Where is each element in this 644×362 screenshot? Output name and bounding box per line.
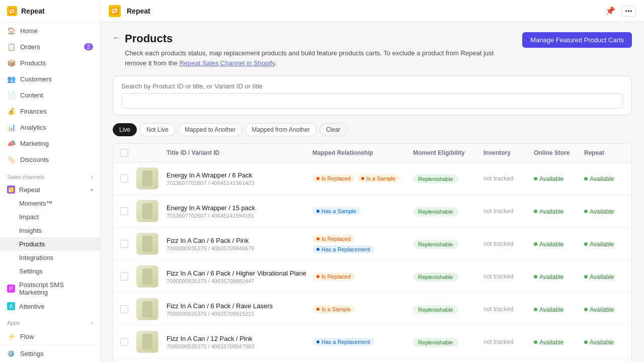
online-store-available-2: Available (534, 241, 564, 248)
sidebar-nav-products[interactable]: 📦 Products (0, 55, 100, 71)
integrations-label: Integrations (19, 254, 53, 261)
row-checkbox-1[interactable] (120, 207, 128, 215)
sidebar-nav-content[interactable]: 📄 Content (0, 87, 100, 103)
repeat-avail-3: Available (584, 273, 624, 281)
table-header: Title ID / Variant ID Mapped Relationshi… (113, 144, 631, 162)
table-row: Energy In A Wrapper / 6 Pack 70136077026… (113, 162, 631, 195)
apps-label: Apps (7, 320, 20, 326)
sidebar-postscript[interactable]: P Postscript SMS Marketing (0, 278, 100, 299)
mapped-relationship-0: Is ReplacedIs a Sample (312, 174, 413, 183)
replenishable-badge-3: Replenishable (413, 273, 458, 282)
select-all-checkbox[interactable] (120, 149, 128, 157)
inventory-2: not tracked (484, 240, 534, 247)
sidebar-sub-products[interactable]: Products (0, 237, 100, 251)
sidebar-repeat-channel[interactable]: 🔁 Repeat ▾ (0, 183, 100, 197)
inventory-0: not tracked (484, 175, 534, 182)
flow-label: Flow (20, 333, 34, 340)
replenishable-badge-1: Replenishable (413, 207, 458, 216)
row-checkbox-0[interactable] (120, 174, 128, 183)
filter-not-live-button[interactable]: Not Live (140, 123, 175, 136)
row-checkbox-5[interactable] (120, 338, 128, 346)
insights-label: Insights (19, 227, 42, 234)
product-info-4: Fizz In A Can / 6 Pack / Rave Lasers 700… (167, 302, 312, 317)
online-store-2: Available (534, 240, 584, 248)
sales-channels-section: Sales channels › (0, 167, 100, 183)
badge-blue: Has a Replacement (312, 245, 374, 253)
filter-mapped-from-button[interactable]: Mapped from Another (245, 123, 316, 136)
attentive-label: Attentive (19, 303, 45, 310)
more-options-icon[interactable]: ••• (621, 6, 636, 17)
sidebar-nav-orders[interactable]: 📋 Orders 2 (0, 39, 100, 55)
online-store-1: Available (534, 207, 584, 215)
table-row: Fizz In A Can / 6 Pack / Rave Lasers 700… (113, 293, 631, 326)
sidebar-nav-flow[interactable]: ⚡ Flow (0, 328, 100, 344)
pin-icon[interactable]: 📌 (605, 6, 615, 16)
filter-mapped-to-button[interactable]: Mapped to Another (178, 123, 242, 136)
sidebar-sub-integrations[interactable]: Integrations (0, 251, 100, 264)
row-checkbox-cell (120, 240, 136, 248)
row-checkbox-cell (120, 174, 136, 183)
repeat-channel-logo: 🔁 (7, 186, 15, 194)
online-store-5: Available (534, 338, 584, 346)
apps-section: Apps › (0, 313, 100, 328)
sidebar-sub-settings-repeat[interactable]: Settings (0, 264, 100, 278)
online-store-0: Available (534, 174, 584, 183)
avail-dot-online-4 (534, 308, 537, 311)
badge-orange: Is Replaced (312, 235, 355, 243)
header-title-id: Title ID / Variant ID (167, 149, 312, 156)
replenishable-badge-4: Replenishable (413, 305, 458, 314)
sidebar-nav-finances[interactable]: 💰 Finances (0, 103, 100, 119)
repeat-available-2: Available (584, 241, 614, 248)
sidebar-nav-discounts[interactable]: 🏷️ Discounts (0, 151, 100, 167)
sidebar-sub-impact[interactable]: Impact (0, 210, 100, 224)
row-checkbox-2[interactable] (120, 240, 128, 248)
filter-live-button[interactable]: Live (113, 123, 137, 136)
row-checkbox-4[interactable] (120, 305, 128, 313)
sidebar-settings[interactable]: ⚙️ Settings (0, 344, 100, 362)
product-info-3: Fizz In A Can / 6 Pack / Higher Vibratio… (167, 269, 312, 284)
sidebar-sub-insights[interactable]: Insights (0, 224, 100, 237)
impact-label: Impact (19, 213, 39, 221)
mapped-relationship-2: Is ReplacedHas a Replacement (312, 235, 413, 253)
filter-bar: Live Not Live Mapped to Another Mapped f… (113, 123, 632, 136)
search-input[interactable] (121, 93, 623, 109)
back-button[interactable]: ← (113, 33, 121, 42)
repeat-sales-channel-link[interactable]: Repeat Sales Channel in Shopify (179, 59, 275, 67)
moments-label: Moments™ (19, 200, 52, 207)
sidebar-nav-customers[interactable]: 👥 Customers (0, 71, 100, 87)
inventory-5: not tracked (484, 338, 534, 345)
repeat-avail-5: Available (584, 338, 624, 346)
product-id-4: 7000090935375 / 40635709915215 (167, 311, 312, 317)
product-name-1: Energy In A Wrapper / 15 pack (167, 204, 312, 212)
products-sub-label: Products (19, 240, 45, 248)
eligibility-5: Replenishable (413, 338, 484, 346)
sidebar-logo: 🔁 (7, 6, 17, 16)
header-eligibility: Moment Eligibility (413, 149, 484, 156)
apps-expand-icon[interactable]: › (91, 319, 93, 326)
replenishable-badge-5: Replenishable (413, 338, 458, 347)
repeat-available-5: Available (584, 339, 614, 346)
repeat-collapse-icon[interactable]: ▾ (91, 187, 93, 193)
inventory-4: not tracked (484, 306, 534, 313)
row-checkbox-3[interactable] (120, 273, 128, 281)
avail-dot-repeat-4 (584, 308, 588, 311)
header-online-store: Online Store (534, 149, 584, 156)
page-header-left: ← Products Check each products status, m… (113, 32, 517, 68)
sidebar-sub-moments[interactable]: Moments™ (0, 197, 100, 210)
search-label: Search by Product ID or title, or Varian… (121, 82, 623, 90)
product-id-1: 7013607702607 / 40645141594191 (167, 213, 312, 219)
product-id-0: 7013607702607 / 40645141561423 (167, 180, 312, 186)
orders-icon: 📋 (7, 43, 15, 51)
filter-clear-button[interactable]: Clear (319, 123, 347, 136)
sidebar-attentive[interactable]: A Attentive (0, 299, 100, 313)
orders-badge: 2 (84, 43, 93, 50)
table-row: Fizz In A Can / 12 Pack / Pink 700009093… (113, 326, 631, 358)
sidebar-nav-marketing[interactable]: 📣 Marketing (0, 135, 100, 151)
sidebar-nav-home[interactable]: 🏠 Home (0, 23, 100, 39)
avail-dot-online-1 (534, 210, 537, 213)
expand-icon[interactable]: › (91, 173, 93, 180)
discounts-icon: 🏷️ (7, 155, 15, 163)
sidebar-label-customers: Customers (20, 75, 52, 83)
sidebar-nav-analytics[interactable]: 📊 Analytics (0, 119, 100, 135)
manage-featured-carts-button[interactable]: Manage Featured Product Carts (522, 32, 632, 48)
